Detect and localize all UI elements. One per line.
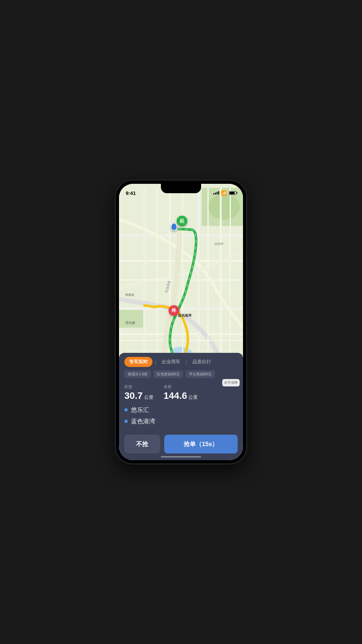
tab-enterprise[interactable]: 企业用车 xyxy=(159,357,183,367)
info-section: 距您 30.7 公里 全程 144.6 公里 悠乐汇 xyxy=(119,381,243,431)
notch xyxy=(161,184,201,193)
status-time: 9:41 xyxy=(126,190,136,196)
wifi-icon: 📶 xyxy=(221,190,227,196)
list-item: 蓝色港湾 xyxy=(124,417,238,425)
dest-dot xyxy=(124,420,128,423)
origin-name: 悠乐汇 xyxy=(131,406,149,414)
svg-text:颐跑路: 颐跑路 xyxy=(125,293,134,297)
start-label: 起 xyxy=(180,218,184,224)
watermark: 好手游网 xyxy=(222,379,240,386)
phone-frame: 机场高速 亮马桥 蓝色港湾 颐跑路 东四环 起 终 xyxy=(116,180,246,464)
start-marker: 起 xyxy=(177,216,187,226)
dest-name: 蓝色港湾 xyxy=(131,417,155,425)
total-distance: 全程 144.6 公里 xyxy=(164,384,198,401)
badge-performance: 表现分1.5倍 xyxy=(124,370,151,378)
badge-redpacket: 红包奖励88元 xyxy=(154,370,183,378)
battery-icon xyxy=(229,191,236,195)
home-indicator xyxy=(161,456,201,458)
tab-divider2: | xyxy=(186,360,187,365)
tab-active[interactable]: 专车实时 xyxy=(124,357,153,367)
distance-from-you-label: 距您 xyxy=(124,384,154,390)
svg-text:蓝色港湾: 蓝色港湾 xyxy=(178,314,192,317)
distance-from-you-value: 30.7 xyxy=(124,390,143,401)
list-item: 悠乐汇 xyxy=(124,406,238,414)
svg-rect-3 xyxy=(119,309,144,328)
end-label: 终 xyxy=(172,308,176,314)
tab-quality[interactable]: 品质出行 xyxy=(190,357,214,367)
grab-button[interactable]: 抢单（15s） xyxy=(164,435,238,453)
total-distance-value: 144.6 xyxy=(164,390,187,401)
svg-text:亮马桥: 亮马桥 xyxy=(125,321,135,325)
distance-row: 距您 30.7 公里 全程 144.6 公里 xyxy=(124,384,238,401)
watermark-text: 好手游网 xyxy=(224,381,238,384)
action-bar: 不抢 抢单（15s） xyxy=(119,431,243,460)
start-circle: 起 xyxy=(177,216,187,226)
distance-from-you: 距您 30.7 公里 xyxy=(124,384,154,401)
total-distance-unit: 公里 xyxy=(188,394,198,400)
total-distance-label: 全程 xyxy=(164,384,198,390)
badge-platform: 平台奖励88元 xyxy=(186,370,215,378)
end-marker: 终 xyxy=(169,305,179,316)
status-icons: 📶 xyxy=(213,190,236,196)
tab-bar: 专车实时 | 企业用车 | 品质出行 xyxy=(119,353,243,367)
svg-text:东四环: 东四环 xyxy=(215,242,224,246)
tab-divider: | xyxy=(155,360,156,365)
car-dot xyxy=(171,223,177,231)
phone-screen: 机场高速 亮马桥 蓝色港湾 颐跑路 东四环 起 终 xyxy=(119,184,243,460)
car-marker xyxy=(171,223,177,231)
distance-from-you-unit: 公里 xyxy=(144,394,154,400)
signal-icon xyxy=(213,191,219,195)
location-list: 悠乐汇 蓝色港湾 xyxy=(124,406,238,425)
bottom-panel: 专车实时 | 企业用车 | 品质出行 表现分1.5倍 红包奖励88元 平台奖励8… xyxy=(119,353,243,460)
origin-dot xyxy=(124,408,128,412)
end-circle: 终 xyxy=(169,305,179,316)
skip-button[interactable]: 不抢 xyxy=(124,435,160,453)
